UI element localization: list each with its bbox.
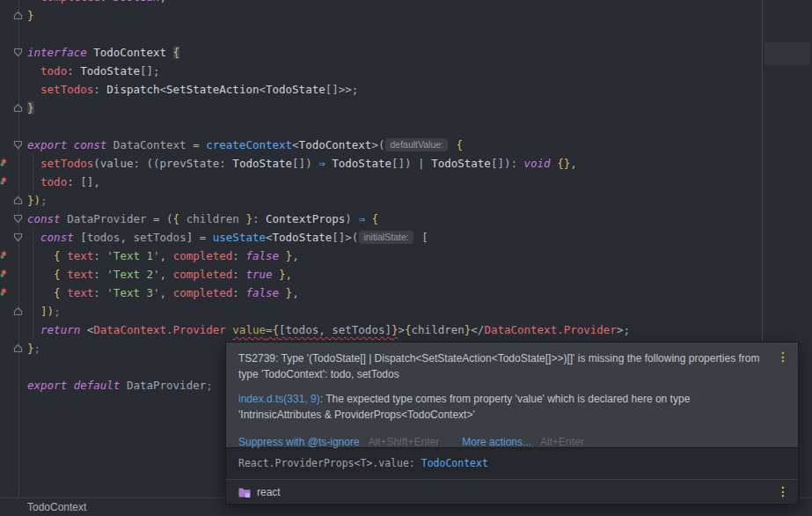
code-token: {} xyxy=(557,157,570,170)
code-token: DataProvider xyxy=(127,379,206,392)
code-token: setTodos xyxy=(40,83,93,96)
code-line[interactable]: ✱✱ setTodos(value: ((prevState: TodoStat… xyxy=(0,154,777,173)
code-token: , xyxy=(160,268,173,281)
module-name[interactable]: react xyxy=(257,486,281,498)
code-token: completed xyxy=(173,249,233,262)
code-token: boolean xyxy=(113,0,160,4)
code-line[interactable]: } xyxy=(0,99,777,117)
code-line[interactable]: export const DataContext = createContext… xyxy=(0,136,777,154)
code-token: : xyxy=(100,0,113,4)
code-token: { xyxy=(54,249,61,262)
code-line[interactable]: return <DataContext.Provider value={[tod… xyxy=(0,321,777,339)
code-token: true xyxy=(245,268,272,281)
code-line[interactable]: interface TodoContext { xyxy=(0,43,777,62)
code-token: export xyxy=(27,379,67,392)
fold-expand-icon[interactable] xyxy=(13,195,23,205)
fold-expand-icon[interactable] xyxy=(13,306,23,316)
error-tooltip-popup: ⋮ TS2739: Type '(TodoState[] | Dispatch<… xyxy=(225,342,799,505)
error-message-section: ⋮ TS2739: Type '(TodoState[] | Dispatch<… xyxy=(226,343,798,447)
code-token: < xyxy=(160,83,167,96)
breadcrumb-item[interactable]: TodoContext xyxy=(27,501,86,513)
code-lines: completed: boolean;}interface TodoContex… xyxy=(0,0,777,394)
fold-expand-icon[interactable] xyxy=(13,11,23,20)
code-token xyxy=(27,83,40,96)
code-token xyxy=(120,379,127,392)
fold-collapse-icon[interactable] xyxy=(13,214,23,224)
code-token: text xyxy=(67,286,93,299)
error-message-line: TS2739: Type '(TodoState[] | Dispatch<Se… xyxy=(238,350,772,366)
error-message-line: type 'TodoContext': todo, setTodos xyxy=(238,366,772,382)
code-token: value xyxy=(100,157,134,170)
code-token: [ xyxy=(74,231,87,244)
fold-collapse-icon[interactable] xyxy=(13,48,23,57)
code-line[interactable]: const DataProvider = ({ children }: Cont… xyxy=(0,210,777,228)
code-token xyxy=(27,175,40,188)
fold-collapse-icon[interactable] xyxy=(13,140,23,150)
quick-fix-actions: Suppress with @ts-ignoreAlt+Shift+EnterM… xyxy=(238,434,772,450)
code-token: ; xyxy=(40,194,48,207)
inlay-hint[interactable]: initialState: xyxy=(359,231,413,244)
code-token: : xyxy=(232,286,245,299)
code-token: const xyxy=(74,138,107,151)
code-token: , xyxy=(292,249,299,262)
fold-collapse-icon[interactable] xyxy=(13,232,23,242)
code-line[interactable]: ✱✱ { text: 'Text 3', completed: false }, xyxy=(0,284,777,302)
code-token: , xyxy=(286,268,293,281)
code-token: : xyxy=(93,286,106,299)
code-token: ) xyxy=(345,212,358,225)
code-token: DataContext.Provider xyxy=(93,323,226,336)
code-token: : xyxy=(232,268,245,281)
inlay-hint[interactable]: defaultValue: xyxy=(385,138,448,151)
code-token: }) xyxy=(27,194,40,207)
code-token: TodoState xyxy=(266,83,326,96)
code-token: completed xyxy=(27,0,100,4)
code-token: setTodos xyxy=(40,157,93,170)
fold-expand-icon[interactable] xyxy=(13,103,23,113)
code-token: completed xyxy=(173,268,233,281)
signature-type-link[interactable]: TodoContext xyxy=(421,457,488,469)
code-line[interactable]: const [todos, setTodos] = useState<TodoS… xyxy=(0,228,777,247)
code-token xyxy=(166,46,173,59)
code-token: useState xyxy=(213,231,266,244)
code-token: todos xyxy=(87,231,121,244)
code-line[interactable]: setTodos: Dispatch<SetStateAction<TodoSt… xyxy=(0,80,777,99)
code-line[interactable]: ]); xyxy=(0,302,777,321)
code-token: TodoContext xyxy=(299,138,372,151)
code-token xyxy=(106,138,113,151)
error-detail-text: : The expected type comes from property … xyxy=(320,393,691,405)
code-token: DataContext.Provider xyxy=(484,323,617,336)
code-token: []>( xyxy=(332,231,358,244)
suppress-action-link[interactable]: Suppress with @ts-ignore xyxy=(238,436,360,448)
code-token xyxy=(27,268,54,281)
code-line[interactable]: }); xyxy=(0,191,777,210)
code-token: text xyxy=(67,268,93,281)
code-line[interactable]: ✱✱ { text: 'Text 2', completed: true }, xyxy=(0,265,777,284)
code-line[interactable]: todo: TodoState[]; xyxy=(0,62,777,80)
code-token: ] = xyxy=(187,231,213,244)
error-detail-text: 'IntrinsicAttributes & ProviderProps<Tod… xyxy=(238,409,475,421)
code-line[interactable]: completed: boolean; xyxy=(0,0,777,6)
code-token xyxy=(27,64,40,77)
code-token xyxy=(279,286,286,299)
code-token: : xyxy=(93,268,106,281)
code-token: completed xyxy=(173,286,233,299)
code-line[interactable] xyxy=(0,117,777,136)
code-token: SetStateAction xyxy=(166,83,259,96)
file-location-link[interactable]: index.d.ts(331, 9) xyxy=(238,393,320,405)
code-token: < xyxy=(266,231,273,244)
code-token xyxy=(27,157,40,170)
kebab-menu-icon[interactable]: ⋮ xyxy=(777,349,789,365)
code-token: export xyxy=(27,138,67,151)
code-token: TodoState xyxy=(80,64,140,77)
code-token: ]) xyxy=(40,305,54,318)
more-actions-link[interactable]: More actions... xyxy=(462,436,531,448)
code-line[interactable]: } xyxy=(0,6,777,25)
shortcut-hint: Alt+Shift+Enter xyxy=(369,436,440,448)
code-line[interactable] xyxy=(0,25,777,43)
kebab-menu-icon[interactable]: ⋮ xyxy=(777,484,789,498)
code-token xyxy=(27,231,40,244)
code-line[interactable]: ✱✱ todo: [], xyxy=(0,173,777,191)
code-token xyxy=(273,268,280,281)
code-line[interactable]: ✱✱ { text: 'Text 1', completed: false }, xyxy=(0,247,777,265)
fold-expand-icon[interactable] xyxy=(13,343,23,353)
